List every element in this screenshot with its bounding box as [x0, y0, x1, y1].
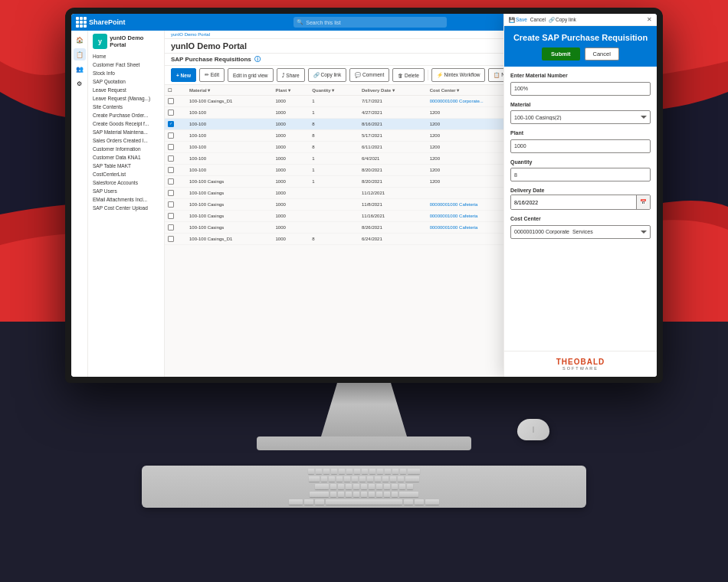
key-win: [304, 499, 313, 505]
key: [392, 484, 398, 489]
key: [399, 484, 405, 489]
cancel-form-button[interactable]: Cancel: [585, 47, 619, 60]
list-rail-icon[interactable]: 📋: [74, 48, 86, 60]
col-header-quantity[interactable]: Quantity ▾: [309, 85, 359, 96]
home-rail-icon[interactable]: 🏠: [74, 34, 86, 46]
checkbox-unchecked[interactable]: [168, 224, 174, 231]
panel-copy-link-btn[interactable]: 🔗 Copy link: [549, 17, 576, 23]
nav-item-site-contents[interactable]: Site Contents: [88, 103, 164, 111]
list-title: SAP Purchase Requisitions: [171, 56, 251, 63]
row-checkbox[interactable]: [165, 176, 186, 188]
table-cell: 1000: [273, 119, 310, 130]
checkbox-unchecked[interactable]: [168, 190, 174, 196]
quantity-input[interactable]: [510, 168, 651, 181]
nav-item-sales-orders[interactable]: Sales Orders Created I...: [88, 136, 164, 145]
edit-in-grid-button[interactable]: Edit in grid view: [228, 68, 274, 82]
nav-item-sap-table[interactable]: SAP Table MAKT: [88, 162, 164, 170]
row-checkbox[interactable]: [165, 165, 186, 176]
col-header-plant[interactable]: Plant ▾: [273, 85, 310, 96]
nav-item-create-po[interactable]: Create Purchase Order...: [88, 111, 164, 119]
checkbox-unchecked[interactable]: [168, 155, 174, 162]
link-icon: 🔗: [549, 17, 555, 23]
row-checkbox[interactable]: [165, 96, 186, 107]
row-checkbox[interactable]: [165, 142, 186, 153]
new-button[interactable]: + New: [171, 68, 196, 82]
delivery-date-input[interactable]: [511, 195, 636, 209]
checkbox-unchecked[interactable]: [168, 178, 174, 185]
cost-center-link[interactable]: 00000001000 Cafeteria: [430, 225, 478, 230]
col-header-material[interactable]: Material ▾: [186, 85, 273, 96]
nav-item-customer-fact[interactable]: Customer Fact Sheet: [88, 60, 164, 69]
checkbox-unchecked[interactable]: [168, 98, 174, 104]
row-checkbox[interactable]: [165, 130, 186, 142]
row-checkbox[interactable]: [165, 234, 186, 245]
checkbox-unchecked[interactable]: [168, 213, 174, 219]
row-checkbox[interactable]: [165, 107, 186, 119]
material-select[interactable]: 100-100 Casings(2): [510, 110, 651, 124]
cost-center-link[interactable]: 00000001000 Cafeteria: [430, 202, 478, 207]
checkbox-unchecked[interactable]: [168, 132, 174, 139]
row-checkbox[interactable]: [165, 119, 186, 130]
row-checkbox[interactable]: [165, 222, 186, 234]
people-rail-icon[interactable]: 👥: [74, 63, 86, 75]
row-checkbox[interactable]: [165, 153, 186, 165]
table-cell: 1000: [273, 199, 310, 211]
row-checkbox[interactable]: [165, 211, 186, 222]
waffle-icon[interactable]: [76, 17, 87, 28]
calendar-icon[interactable]: 📅: [636, 195, 650, 209]
gear-rail-icon[interactable]: ⚙: [74, 77, 86, 90]
copy-link-button[interactable]: 🔗 Copy link: [308, 68, 347, 82]
key: [308, 469, 314, 474]
edit-button[interactable]: ✏ Edit: [199, 68, 225, 82]
key: [321, 476, 327, 482]
table-cell: 1000: [273, 211, 310, 222]
submit-button[interactable]: Submit: [542, 47, 579, 60]
delete-button[interactable]: 🗑 Delete: [392, 68, 425, 82]
material-number-input[interactable]: [510, 82, 651, 96]
cost-center-link[interactable]: 00000001000 Corporate...: [430, 99, 484, 103]
nav-item-sap-users[interactable]: SAP Users: [88, 187, 164, 195]
nav-item-salesforce[interactable]: Salesforce Accounts: [88, 178, 164, 187]
nav-item-leave-request[interactable]: Leave Request: [88, 86, 164, 94]
panel-save-btn[interactable]: 💾 Save: [509, 17, 527, 23]
nav-item-email[interactable]: EMail Attachments Incl...: [88, 195, 164, 204]
checkbox-unchecked[interactable]: [168, 201, 174, 208]
key: [338, 484, 344, 489]
checkbox-unchecked[interactable]: [168, 167, 174, 173]
row-checkbox[interactable]: [165, 199, 186, 211]
nav-item-goods-receipt[interactable]: Create Goods Receipt f...: [88, 119, 164, 128]
nintex-workflow-button[interactable]: ⚡ Nintex Workflow: [431, 68, 486, 82]
nav-item-customer-data[interactable]: Customer Data KNA1: [88, 153, 164, 162]
table-cell: 1: [309, 107, 359, 119]
checkbox-unchecked[interactable]: [168, 236, 174, 242]
nav-item-home[interactable]: Home: [88, 52, 164, 60]
col-header-delivery-date[interactable]: Delivery Date ▾: [359, 85, 427, 96]
nav-item-quotation[interactable]: SAP Quotation: [88, 77, 164, 86]
nav-item-leave-request-manag[interactable]: Leave Request (Manag...): [88, 94, 164, 103]
panel-close-button[interactable]: ✕: [647, 16, 652, 23]
nav-item-stock[interactable]: Stock Info: [88, 69, 164, 77]
key: [323, 469, 330, 474]
checkbox-unchecked[interactable]: [168, 110, 174, 116]
key-ctrl: [289, 499, 303, 505]
nav-item-cost-center-upload[interactable]: SAP Cost Center Upload: [88, 204, 164, 212]
plant-input[interactable]: [510, 139, 651, 153]
table-cell: 8/20/2021: [359, 176, 427, 188]
nav-item-material-maint[interactable]: SAP Material Maintena...: [88, 128, 164, 136]
sp-search-box[interactable]: 🔍 Search this list: [293, 17, 447, 28]
key: [400, 469, 406, 474]
checkbox-unchecked[interactable]: [168, 144, 174, 150]
cost-center-select[interactable]: 0000001000 Corporate_Services: [510, 225, 651, 239]
comment-button[interactable]: 💬 Comment: [349, 68, 389, 82]
nav-item-customer-info[interactable]: Customer Information: [88, 145, 164, 153]
form-panel: 💾 Save Cancel 🔗 Copy link ✕: [503, 14, 657, 377]
cost-center-link[interactable]: 00000001000 Cafeteria: [430, 214, 478, 218]
key-row-4: [310, 492, 418, 497]
checkbox-checked[interactable]: [168, 121, 174, 127]
panel-title: Create SAP Purchase Requisition: [510, 32, 651, 43]
share-button[interactable]: ⤴ Share: [277, 68, 305, 82]
theobald-sub: SOFTWARE: [510, 366, 651, 371]
nav-item-costcenter[interactable]: CostCenterList: [88, 170, 164, 178]
row-checkbox[interactable]: [165, 188, 186, 199]
panel-cancel-btn[interactable]: Cancel: [530, 17, 546, 22]
